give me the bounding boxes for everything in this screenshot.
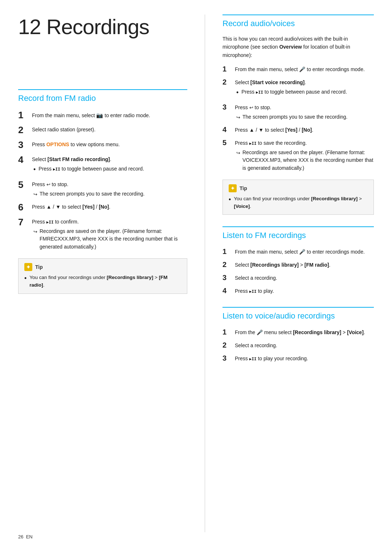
footer-page-number: 26 <box>18 534 23 539</box>
play-pause-icon: ▶II <box>249 140 257 147</box>
arrow-icon: ↪ <box>33 191 37 198</box>
footer-language: EN <box>26 534 33 539</box>
bullet-icon: • <box>24 274 26 283</box>
step-number: 2 <box>18 124 32 136</box>
list-item: 1 From the main menu, select 📷 to enter … <box>18 110 187 121</box>
step-number: 4 <box>222 125 235 134</box>
arrow-text: The screen prompts you to save the recor… <box>40 190 144 198</box>
tip-star-icon: ✦ <box>229 184 237 192</box>
list-item: • You can find your recordings under [Re… <box>229 195 368 210</box>
step-text: Select radio station (preset). <box>32 124 95 134</box>
tip-star-icon: ✦ <box>24 263 32 271</box>
page: 12 Recordings Record from FM radio 1 Fro… <box>0 0 392 554</box>
arrow-note: ↪The screen prompts you to save the reco… <box>32 190 144 198</box>
step-text: Press ↩ to stop. ↪The screen prompts you… <box>235 102 347 121</box>
sub-list: • Press ▶II to toggle between pause and … <box>32 165 144 174</box>
tip-label: Tip <box>240 185 247 191</box>
bold-label: [FM radio] <box>305 262 329 268</box>
play-pause-icon: ▶II <box>256 89 263 95</box>
tip-box-voice: ✦ Tip • You can find your recordings und… <box>222 180 374 215</box>
step-text: Select a recording. <box>235 273 277 282</box>
listen-voice-section: Listen to voice/audio recordings 1 From … <box>222 307 374 363</box>
step-text: From the main menu, select 🎤 to enter re… <box>235 247 365 256</box>
step-text: Select [Recordings library] > [FM radio]… <box>235 260 330 269</box>
list-item: 3 Press OPTIONS to view options menu. <box>18 139 187 151</box>
tip-text-item: You can find your recordings under [Reco… <box>29 274 181 289</box>
bullet-icon: • <box>229 195 231 204</box>
stop-icon: ↩ <box>249 104 253 111</box>
tip-header: ✦ Tip <box>229 184 368 192</box>
step-number: 3 <box>222 353 235 363</box>
bold-label: [Yes] <box>285 127 297 133</box>
arrow-icon: ↪ <box>236 114 240 121</box>
tip-label: Tip <box>35 264 43 270</box>
step-text: Press ▶II to save the recording. ↪Record… <box>235 138 374 172</box>
fm-steps-list: 1 From the main menu, select 📷 to enter … <box>18 110 187 251</box>
bold-label: [Recordings library] <box>107 275 153 280</box>
step-text: Press ▶II to play your recording. <box>235 353 308 363</box>
overview-bold: Overview <box>279 44 302 50</box>
play-pause-icon: ▶II <box>249 288 257 295</box>
page-title: 12 Recordings <box>18 15 187 78</box>
list-item: 2 Select [Start voice recording]. • Pres… <box>222 77 374 99</box>
list-item: • You can find your recordings under [Re… <box>24 274 181 289</box>
chapter-number: 12 <box>18 15 41 38</box>
list-item: 6 Press ▲ / ▼ to select [Yes] / [No]. <box>18 202 187 213</box>
bold-label: [No] <box>99 204 109 210</box>
list-item: • Press ▶II to toggle between pause and … <box>32 165 144 174</box>
step-number: 6 <box>18 202 32 213</box>
play-pause-icon: ▶II <box>249 356 257 362</box>
step-number: 3 <box>222 273 235 282</box>
bold-label: [Recordings library] <box>311 196 358 201</box>
step-number: 2 <box>222 260 235 269</box>
step-number: 3 <box>18 139 32 151</box>
bold-label: [Start voice recording] <box>250 79 305 85</box>
step-text: Select [Start FM radio recording]. • Pre… <box>32 154 144 176</box>
step-number: 4 <box>222 286 235 295</box>
record-fm-title: Record from FM radio <box>18 89 187 103</box>
step-number: 5 <box>222 138 235 147</box>
bold-label: [Recordings library] <box>250 262 299 268</box>
listen-fm-title: Listen to FM recordings <box>222 226 374 240</box>
list-item: 4 Press ▶II to play. <box>222 286 374 295</box>
step-number: 2 <box>222 77 235 87</box>
record-fm-section: Record from FM radio 1 From the main men… <box>18 89 187 294</box>
step-number: 5 <box>18 179 32 190</box>
left-column: Record from FM radio 1 From the main men… <box>18 89 187 384</box>
list-item: 4 Press ▲ / ▼ to select [Yes] / [No]. <box>222 125 374 134</box>
step-number: 7 <box>18 217 32 228</box>
right-column: Record audio/voices This is how you can … <box>205 15 374 532</box>
listen-voice-title: Listen to voice/audio recordings <box>222 307 374 321</box>
arrow-text: Recordings are saved on the player. (Fil… <box>242 149 374 172</box>
step-number: 4 <box>18 154 32 165</box>
list-item: 2 Select [Recordings library] > [FM radi… <box>222 260 374 269</box>
list-item: 1 From the 🎤 menu select [Recordings lib… <box>222 327 374 337</box>
step-text: Select a recording. <box>235 340 277 350</box>
arrow-text: Recordings are saved on the player. (Fil… <box>40 227 187 251</box>
tip-text-item: You can find your recordings under [Reco… <box>234 195 368 210</box>
arrow-icon: ↪ <box>33 228 37 235</box>
play-pause-icon: ▶II <box>46 219 54 225</box>
list-item: • Press ▶II to toggle between pause and … <box>235 88 347 97</box>
step-number: 1 <box>222 327 235 337</box>
step-text: From the main menu, select 📷 to enter ra… <box>32 110 150 120</box>
listen-fm-section: Listen to FM recordings 1 From the main … <box>222 226 374 295</box>
bold-label: [Voice] <box>347 329 364 335</box>
list-item: 3 Press ▶II to play your recording. <box>222 353 374 363</box>
page-footer: 26 EN <box>18 534 33 539</box>
step-text: Press OPTIONS to view options menu. <box>32 139 120 149</box>
bold-label: [Voice] <box>234 204 250 209</box>
step-text: Press ▶II to play. <box>235 286 274 295</box>
list-item: 2 Select a recording. <box>222 340 374 350</box>
tip-header: ✦ Tip <box>24 263 181 271</box>
listen-voice-steps: 1 From the 🎤 menu select [Recordings lib… <box>222 327 374 363</box>
step-text: Press ▲ / ▼ to select [Yes] / [No]. <box>235 125 313 134</box>
bold-label: [Yes] <box>82 204 94 210</box>
list-item: 5 Press ↩ to stop. ↪The screen prompts y… <box>18 179 187 198</box>
bullet-icon: • <box>236 88 238 97</box>
arrow-icon: ↪ <box>236 149 240 157</box>
step-text: Press ▶II to confirm. ↪Recordings are sa… <box>32 217 187 251</box>
tip-box-fm: ✦ Tip • You can find your recordings und… <box>18 258 187 294</box>
listen-fm-steps: 1 From the main menu, select 🎤 to enter … <box>222 247 374 295</box>
step-number: 3 <box>222 102 235 112</box>
